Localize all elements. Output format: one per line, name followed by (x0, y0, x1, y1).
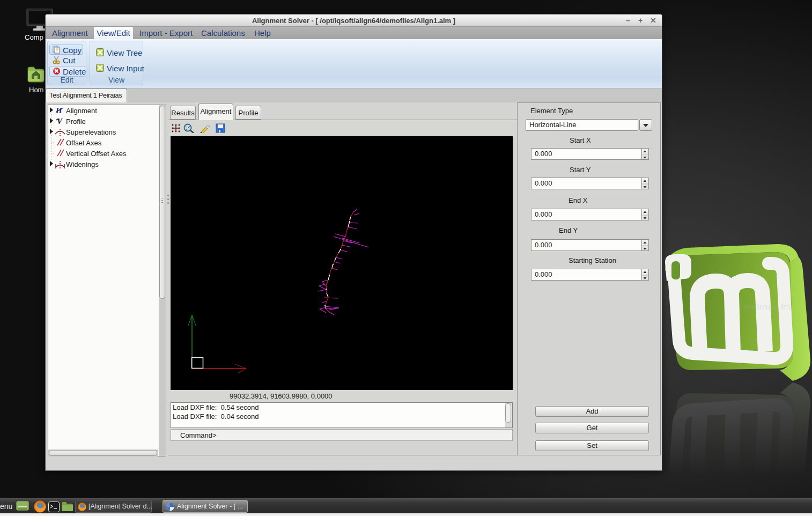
svg-text:V: V (57, 117, 63, 126)
